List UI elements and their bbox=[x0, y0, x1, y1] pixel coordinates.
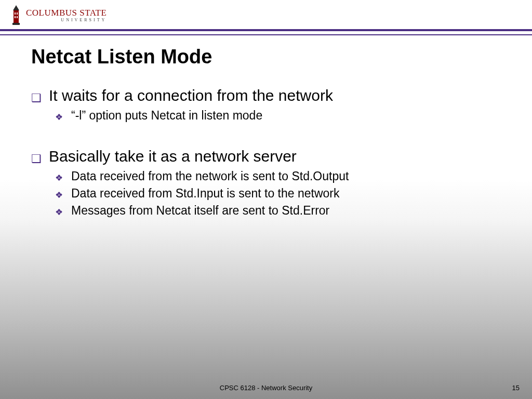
svg-rect-2 bbox=[15, 12, 16, 15]
bullet-text: “-l” option puts Netcat in listen mode bbox=[71, 108, 262, 124]
bullet-level2: ❖ Data received from Std.Input is sent t… bbox=[55, 185, 501, 202]
svg-rect-3 bbox=[17, 12, 18, 15]
svg-rect-0 bbox=[14, 10, 19, 23]
page-number: 15 bbox=[512, 384, 520, 392]
university-logo: COLUMBUS STATE UNIVERSITY bbox=[10, 5, 522, 25]
square-bullet-icon: ❑ bbox=[31, 91, 42, 105]
bullet-text: Basically take it as a network server bbox=[49, 148, 297, 165]
logo-subtitle: UNIVERSITY bbox=[26, 18, 107, 22]
bullet-level2: ❖ Data received from the network is sent… bbox=[55, 168, 501, 184]
bullet-list: ❑ It waits for a connection from the net… bbox=[31, 87, 501, 219]
slide-footer: CPSC 6128 - Network Security bbox=[0, 384, 532, 392]
bullet-text: It waits for a connection from the netwo… bbox=[49, 87, 333, 104]
square-bullet-icon: ❑ bbox=[31, 152, 42, 166]
bullet-level2: ❖ “-l” option puts Netcat in listen mode bbox=[55, 108, 501, 124]
bullet-level1: ❑ Basically take it as a network server bbox=[31, 148, 501, 165]
diamond-bullet-icon: ❖ bbox=[55, 112, 63, 124]
bullet-level2: ❖ Messages from Netcat itself are sent t… bbox=[55, 203, 501, 219]
svg-rect-4 bbox=[15, 16, 16, 18]
bullet-text: Data received from the network is sent t… bbox=[71, 168, 349, 184]
svg-rect-6 bbox=[12, 23, 20, 25]
slide-title: Netcat Listen Mode bbox=[31, 46, 501, 68]
diamond-bullet-icon: ❖ bbox=[55, 190, 63, 202]
header-bar: COLUMBUS STATE UNIVERSITY bbox=[0, 0, 532, 31]
logo-text: COLUMBUS STATE UNIVERSITY bbox=[26, 8, 107, 22]
slide: COLUMBUS STATE UNIVERSITY Netcat Listen … bbox=[0, 0, 532, 399]
svg-rect-5 bbox=[17, 16, 18, 18]
logo-title: COLUMBUS STATE bbox=[26, 8, 107, 18]
bullet-level1: ❑ It waits for a connection from the net… bbox=[31, 87, 501, 104]
tower-icon bbox=[10, 5, 22, 25]
diamond-bullet-icon: ❖ bbox=[55, 172, 63, 184]
spacer bbox=[31, 125, 501, 148]
svg-marker-1 bbox=[13, 5, 19, 10]
bullet-text: Data received from Std.Input is sent to … bbox=[71, 185, 339, 202]
bullet-text: Messages from Netcat itself are sent to … bbox=[71, 203, 329, 219]
diamond-bullet-icon: ❖ bbox=[55, 207, 63, 219]
slide-content: Netcat Listen Mode ❑ It waits for a conn… bbox=[0, 31, 532, 219]
